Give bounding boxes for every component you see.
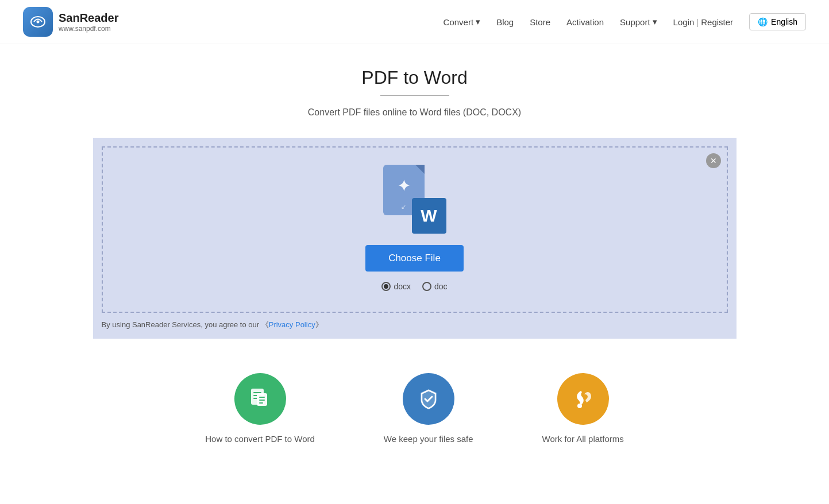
svg-rect-3: [253, 392, 261, 393]
feature-label-safe: We keep your files safe: [384, 434, 473, 444]
nav-login[interactable]: Login: [673, 17, 695, 27]
features-section: How to convert PDF to Word We keep your …: [205, 373, 624, 467]
logo-text: SanReader www.sanpdf.com: [59, 11, 119, 33]
privacy-policy-link[interactable]: Privacy Policy: [269, 320, 315, 329]
chevron-down-icon: ▾: [476, 17, 480, 27]
chevron-down-icon: ▾: [653, 17, 657, 27]
upload-dropzone[interactable]: ✕ ✦ ↙ W Choose File: [102, 146, 728, 313]
svg-point-1: [37, 21, 40, 24]
title-divider: [380, 95, 449, 96]
main-content: PDF to Word Convert PDF files online to …: [0, 44, 829, 478]
svg-rect-9: [259, 402, 263, 404]
format-options: docx doc: [381, 282, 447, 291]
svg-rect-7: [259, 397, 265, 398]
close-button[interactable]: ✕: [706, 153, 721, 168]
nav-divider: |: [696, 17, 699, 27]
header: SanReader www.sanpdf.com Convert ▾ Blog …: [0, 0, 829, 44]
nav-support[interactable]: Support ▾: [620, 17, 657, 27]
app-url: www.sanpdf.com: [59, 25, 119, 33]
page-title: PDF to Word: [361, 67, 467, 88]
feature-icon-platforms: [557, 373, 609, 425]
choose-file-button[interactable]: Choose File: [365, 245, 464, 272]
logo-area: SanReader www.sanpdf.com: [23, 7, 119, 37]
app-logo-icon: [23, 7, 53, 37]
feature-files-safe: We keep your files safe: [384, 373, 473, 444]
nav-convert[interactable]: Convert ▾: [444, 17, 481, 27]
format-docx-option[interactable]: docx: [381, 282, 411, 291]
feature-icon-convert: [234, 373, 286, 425]
nav-blog[interactable]: Blog: [496, 17, 514, 27]
page-subtitle: Convert PDF files online to Word files (…: [308, 107, 521, 118]
svg-rect-8: [259, 400, 265, 401]
convert-icon: ✦ ↙ W: [383, 165, 446, 234]
nav-activation[interactable]: Activation: [566, 17, 604, 27]
nav-login-register: Login | Register: [673, 17, 733, 27]
feature-all-platforms: Work for All platforms: [542, 373, 624, 444]
privacy-notice: By using SanReader Services, you agree t…: [102, 320, 728, 330]
feature-label-platforms: Work for All platforms: [542, 434, 624, 444]
radio-doc[interactable]: [422, 282, 431, 291]
nav-register[interactable]: Register: [701, 17, 733, 27]
word-icon: W: [412, 198, 446, 234]
feature-icon-safe: [403, 373, 454, 425]
radio-docx[interactable]: [381, 282, 391, 291]
app-name: SanReader: [59, 11, 119, 25]
globe-icon: 🌐: [758, 17, 768, 26]
svg-point-10: [577, 404, 582, 408]
language-button[interactable]: 🌐 English: [749, 13, 806, 30]
nav-store[interactable]: Store: [530, 17, 550, 27]
nav: Convert ▾ Blog Store Activation Support …: [444, 13, 806, 30]
format-doc-option[interactable]: doc: [422, 282, 448, 291]
feature-how-to-convert: How to convert PDF to Word: [205, 373, 315, 444]
feature-label-convert: How to convert PDF to Word: [205, 434, 315, 444]
radio-docx-fill: [384, 284, 388, 289]
upload-container: ✕ ✦ ↙ W Choose File: [93, 138, 737, 339]
